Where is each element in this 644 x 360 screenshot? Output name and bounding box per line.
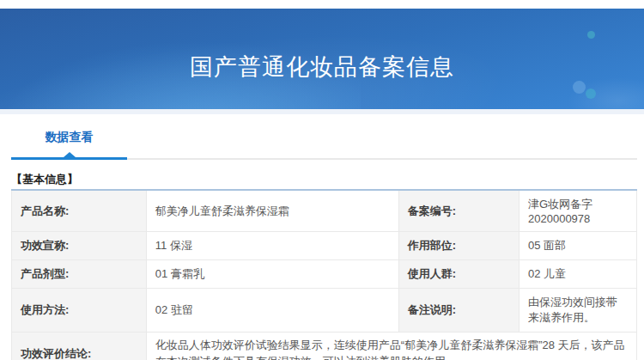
decor-ellipse: [567, 77, 644, 109]
table-row-dosage-form: 产品剂型: 01 膏霜乳 使用人群: 02 儿童: [12, 260, 637, 289]
basic-info-table: 产品名称: 郁美净儿童舒柔滋养保湿霜 备案编号: 津G妆网备字202000097…: [11, 189, 637, 360]
efficacy-conclusion-value: 化妆品人体功效评价试验结果显示，连续使用产品“郁美净儿童舒柔滋养保湿霜”28 天…: [146, 333, 636, 360]
target-users-label: 使用人群:: [398, 260, 519, 289]
banner-under-strip: [0, 109, 644, 114]
remarks-value: 由保湿功效间接带来滋养作用。: [519, 289, 637, 333]
efficacy-claim-value: 11 保湿: [146, 232, 398, 260]
table-row-usage-method: 使用方法: 02 驻留 备注说明: 由保湿功效间接带来滋养作用。: [12, 289, 637, 333]
tab-data-view[interactable]: 数据查看: [11, 129, 127, 158]
table-row-efficacy-conclusion: 功效评价结论: 化妆品人体功效评价试验结果显示，连续使用产品“郁美净儿童舒柔滋养…: [12, 333, 637, 360]
decor-dot-teal: [586, 88, 596, 99]
efficacy-conclusion-label: 功效评价结论:: [12, 333, 147, 360]
efficacy-claim-label: 功效宣称:: [12, 232, 147, 260]
product-name-value: 郁美净儿童舒柔滋养保湿霜: [146, 190, 398, 232]
application-site-value: 05 面部: [519, 232, 637, 260]
top-margin-strip: [0, 0, 644, 9]
usage-method-label: 使用方法:: [12, 289, 147, 333]
usage-method-value: 02 驻留: [146, 289, 398, 333]
target-users-value: 02 儿童: [519, 260, 637, 289]
dosage-form-value: 01 膏霜乳: [146, 260, 398, 289]
record-number-label: 备案编号:: [398, 190, 519, 232]
banner: 国产普通化妆品备案信息: [0, 9, 644, 109]
dosage-form-label: 产品剂型:: [12, 260, 147, 289]
page-title: 国产普通化妆品备案信息: [0, 9, 644, 79]
section-heading-basic-info: 【基本信息】: [11, 174, 637, 185]
tab-active-underline: [11, 157, 127, 160]
main-content: 数据查看 【基本信息】 产品名称: 郁美净儿童舒柔滋养保湿霜 备案编号: 津G妆…: [0, 129, 644, 360]
decor-dot-blue: [573, 81, 586, 94]
table-row-efficacy-claim: 功效宣称: 11 保湿 作用部位: 05 面部: [12, 232, 637, 260]
remarks-label: 备注说明:: [398, 289, 519, 333]
application-site-label: 作用部位:: [398, 232, 519, 260]
product-name-label: 产品名称:: [12, 190, 147, 232]
tab-data-view-label: 数据查看: [46, 130, 94, 145]
tab-bar: 数据查看: [11, 129, 637, 160]
table-row-product-name: 产品名称: 郁美净儿童舒柔滋养保湿霜 备案编号: 津G妆网备字202000097…: [12, 190, 637, 232]
record-number-value: 津G妆网备字2020000978: [519, 190, 637, 232]
